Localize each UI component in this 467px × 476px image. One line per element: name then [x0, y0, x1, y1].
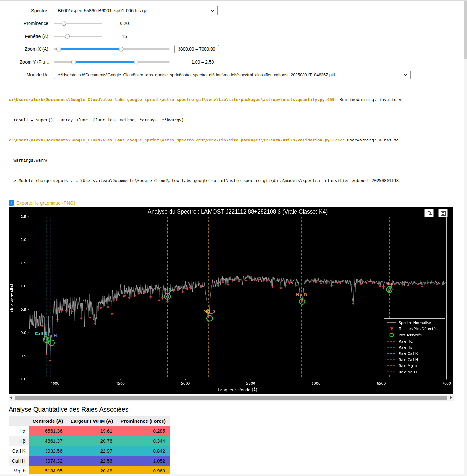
prominence-readout: 0.20 [117, 21, 132, 26]
console-line: warnings.warn( [9, 157, 467, 164]
column-header-centroid: Centroïde (Å) [29, 416, 67, 426]
cell-fwhm: 22.56 [67, 456, 117, 466]
modele-row: Modèle IA : c:\Users\alexb\Documents\Goo… [9, 70, 467, 80]
copy-icon [428, 211, 431, 215]
export-png-row: Exporter le graphique (PNG) [9, 200, 467, 206]
scroll-left-icon[interactable] [10, 396, 12, 399]
slider-handle-high[interactable] [119, 47, 123, 51]
chevron-down-icon [211, 8, 214, 12]
console-line: c:\Users\alexb\Documents\Google_Cloud\al… [9, 96, 467, 103]
zoom-y-readout: −1.00 – 2.50 [189, 59, 214, 64]
cell-fwhm: 19.61 [67, 426, 117, 436]
save-icon [441, 211, 446, 216]
cell-prominence: 1.052 [117, 456, 170, 466]
download-icon [9, 200, 14, 206]
slider-track [54, 36, 102, 37]
raies-table-title: Analyse Quantitative des Raies Associées [9, 406, 467, 413]
console-line: c:\Users\alexb\Documents\Google_Cloud\al… [9, 137, 467, 143]
console-line: > Modèle chargé depuis : c:\Users\alexb\… [9, 177, 467, 184]
page-vertical-scrollbar[interactable] [464, 1, 467, 476]
cell-fwhm: 22.97 [67, 446, 117, 456]
zoom-x-range-slider[interactable] [54, 47, 170, 51]
spectrum-plot [9, 207, 453, 394]
slider-handle-high[interactable] [134, 60, 138, 64]
spectrum-plot-canvas [9, 207, 453, 394]
export-png-link[interactable]: Exporter le graphique (PNG) [16, 200, 75, 206]
spectre-dropdown-value: B6001/spec-55860-B6001_sp01-006.fits.gz [58, 8, 147, 13]
row-label: Hβ [9, 436, 29, 446]
prominence-label: Prominence: [9, 21, 50, 26]
warning-text: : RuntimeWarning: invalid v [335, 97, 401, 102]
modele-dropdown-value: c:\Users\alexb\Documents\Google_Cloud\al… [58, 72, 335, 77]
fenetre-label: Fenêtre (Å): [9, 34, 50, 39]
slider-handle[interactable] [65, 34, 70, 38]
zoom-y-label: Zoom Y (Flu… [9, 59, 50, 64]
column-header [9, 416, 29, 426]
spectre-label: Spectre : [9, 8, 50, 13]
zoom-y-range-slider[interactable] [54, 60, 170, 64]
raies-header-row: Centroïde (Å) Largeur FWHM (Å) Prominenc… [9, 416, 170, 426]
row-label: Hα [9, 426, 29, 436]
table-row: CaII K 3932.56 22.97 0.842 [9, 446, 170, 456]
scroll-right-icon[interactable] [450, 396, 452, 399]
warning-path: c:\Users\alexb\Documents\Google_Cloud\al… [9, 138, 342, 142]
column-header-fwhm: Largeur FWHM (Å) [67, 416, 117, 426]
zoom-y-row: Zoom Y (Flu… −1.00 – 2.50 [9, 57, 467, 67]
scrollbar-thumb[interactable] [15, 396, 447, 400]
table-row: Hα 6561.36 19.61 0.285 [9, 426, 170, 436]
row-label: CaII H [9, 456, 29, 466]
table-row: Hβ 4861.37 20.76 0.344 [9, 436, 170, 446]
cell-centroid: 6561.36 [29, 426, 67, 436]
cell-centroid: 4861.37 [29, 436, 67, 446]
scrollbar-thumb[interactable] [464, 1, 467, 59]
cell-centroid: 3974.32 [29, 456, 67, 466]
page-horizontal-scrollbar[interactable] [0, 474, 467, 476]
row-label: CaII K [9, 446, 29, 456]
slider-fill [59, 48, 121, 50]
slider-handle-low[interactable] [56, 47, 61, 51]
prominence-row: Prominence: 0.20 [9, 19, 467, 28]
cell-fwhm: 20.76 [67, 436, 117, 446]
zoom-x-readout: 3800.00 – 7000.00 [174, 45, 219, 53]
cell-prominence: 0.285 [117, 426, 170, 436]
table-row: CaII H 3974.32 22.56 1.052 [9, 456, 170, 466]
zoom-x-label: Zoom X (Å): [9, 47, 50, 52]
slider-fill [74, 61, 136, 63]
console-line: result = super().__array_ufunc__(functio… [9, 116, 467, 123]
slider-handle[interactable] [62, 21, 66, 26]
plot-horizontal-scrollbar[interactable] [9, 395, 454, 401]
app-page: Spectre : B6001/spec-55860-B6001_sp01-00… [0, 0, 467, 476]
warning-path: c:\Users\alexb\Documents\Google_Cloud\al… [9, 97, 335, 102]
spectre-row: Spectre : B6001/spec-55860-B6001_sp01-00… [9, 6, 467, 15]
raies-table: Centroïde (Å) Largeur FWHM (Å) Prominenc… [9, 416, 170, 476]
zoom-x-row: Zoom X (Å): 3800.00 – 7000.00 [9, 44, 467, 54]
cell-prominence: 0.842 [117, 446, 170, 456]
warning-text: : UserWarning: X has fe [342, 138, 399, 142]
fenetre-row: Fenêtre (Å): 15 [9, 31, 467, 41]
cell-centroid: 3932.56 [29, 446, 67, 456]
column-header-prominence: Prominence (Force) [117, 416, 170, 426]
fenetre-slider[interactable] [54, 34, 102, 38]
spectre-dropdown[interactable]: B6001/spec-55860-B6001_sp01-006.fits.gz [54, 6, 218, 15]
chevron-down-icon [404, 72, 407, 76]
fenetre-readout: 15 [117, 34, 132, 39]
slider-handle-low[interactable] [71, 60, 76, 64]
modele-label: Modèle IA : [9, 72, 50, 77]
cell-prominence: 0.344 [117, 436, 170, 446]
save-plot-button[interactable] [438, 209, 448, 217]
copy-plot-button[interactable] [424, 209, 434, 217]
modele-dropdown[interactable]: c:\Users\alexb\Documents\Google_Cloud\al… [54, 71, 411, 79]
prominence-slider[interactable] [54, 21, 102, 26]
console-output: c:\Users\alexb\Documents\Google_Cloud\al… [9, 83, 467, 197]
